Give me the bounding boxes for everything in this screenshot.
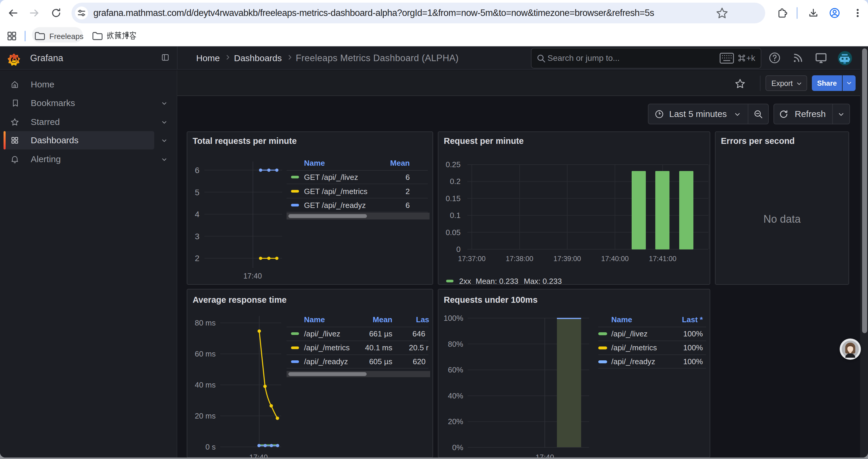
svg-text:17:39:00: 17:39:00: [553, 255, 581, 263]
svg-text:/api/_/readyz: /api/_/readyz: [304, 357, 348, 366]
svg-text:/api/_/metrics: /api/_/metrics: [611, 343, 657, 352]
svg-text:0.15: 0.15: [445, 194, 461, 203]
svg-text:Max: 0.233: Max: 0.233: [524, 277, 562, 284]
svg-text:100%: 100%: [683, 357, 703, 366]
svg-text:GET /api/_/readyz: GET /api/_/readyz: [304, 201, 366, 210]
svg-text:0.05: 0.05: [445, 228, 461, 237]
svg-text:40.1 ms: 40.1 ms: [365, 343, 393, 352]
svg-text:6: 6: [195, 166, 199, 175]
svg-text:100%: 100%: [683, 343, 703, 352]
svg-text:17:40:00: 17:40:00: [601, 255, 629, 263]
svg-text:20 ms: 20 ms: [195, 412, 216, 420]
svg-text:80%: 80%: [448, 340, 463, 349]
svg-text:60%: 60%: [448, 365, 463, 374]
svg-text:17:41:00: 17:41:00: [649, 255, 676, 263]
svg-text:Name: Name: [611, 315, 632, 324]
svg-text:2xx: 2xx: [459, 277, 471, 284]
svg-text:Mean: 0.233: Mean: 0.233: [476, 277, 519, 284]
svg-text:6: 6: [406, 173, 410, 182]
svg-text:100%: 100%: [683, 329, 703, 338]
svg-text:40 ms: 40 ms: [195, 381, 216, 389]
svg-text:60 ms: 60 ms: [195, 350, 216, 358]
svg-text:Mean: Mean: [373, 315, 392, 324]
svg-text:17:40: 17:40: [249, 453, 268, 458]
svg-text:0: 0: [457, 245, 461, 254]
svg-text:100%: 100%: [444, 314, 464, 323]
svg-text:Last *: Last *: [682, 315, 703, 324]
svg-text:Name: Name: [304, 159, 325, 167]
svg-text:3: 3: [195, 232, 199, 241]
svg-text:GET /api/_/metrics: GET /api/_/metrics: [304, 187, 368, 196]
svg-text:Mean: Mean: [390, 159, 410, 167]
svg-text:GET /api/_/livez: GET /api/_/livez: [304, 173, 358, 182]
svg-text:0 s: 0 s: [205, 442, 216, 451]
svg-text:20.5 r: 20.5 r: [409, 343, 429, 352]
svg-text:661 µs: 661 µs: [369, 329, 392, 338]
svg-text:2: 2: [406, 187, 410, 196]
svg-text:646: 646: [412, 329, 425, 338]
svg-text:4: 4: [195, 210, 199, 219]
svg-text:605 µs: 605 µs: [369, 357, 392, 366]
svg-text:0.2: 0.2: [450, 177, 461, 186]
svg-text:/api/_/metrics: /api/_/metrics: [304, 343, 350, 352]
svg-text:40%: 40%: [448, 391, 463, 400]
svg-text:0.25: 0.25: [445, 160, 461, 169]
svg-text:17:40: 17:40: [243, 272, 262, 280]
svg-text:20%: 20%: [448, 417, 463, 426]
svg-text:0%: 0%: [452, 443, 463, 452]
svg-text:2: 2: [195, 254, 199, 263]
svg-text:17:37:00: 17:37:00: [458, 255, 486, 263]
svg-text:80 ms: 80 ms: [195, 319, 216, 327]
svg-text:/api/_/readyz: /api/_/readyz: [611, 357, 655, 366]
svg-text:Las: Las: [416, 315, 429, 324]
svg-text:17:40: 17:40: [536, 453, 554, 458]
svg-text:/api/_/livez: /api/_/livez: [304, 329, 340, 338]
svg-text:17:38:00: 17:38:00: [506, 255, 533, 263]
svg-text:Name: Name: [304, 315, 325, 324]
svg-text:/api/_/livez: /api/_/livez: [611, 329, 648, 338]
svg-text:6: 6: [406, 201, 410, 210]
svg-text:5: 5: [195, 188, 199, 197]
svg-text:0.1: 0.1: [450, 211, 461, 220]
svg-text:620: 620: [413, 357, 426, 366]
